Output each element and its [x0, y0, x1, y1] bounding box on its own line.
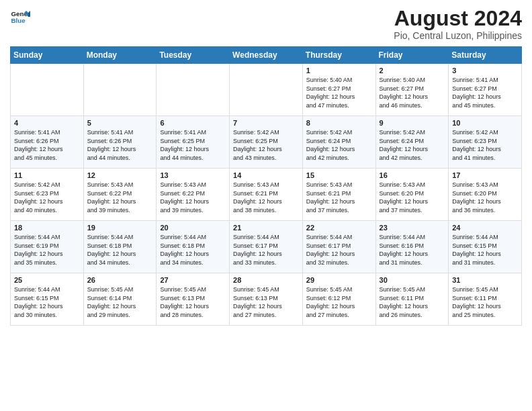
day-number: 28 [233, 276, 299, 284]
day-number: 17 [452, 171, 518, 179]
calendar-cell: 22Sunrise: 5:44 AM Sunset: 6:17 PM Dayli… [302, 221, 375, 273]
logo: General Blue [10, 7, 30, 27]
calendar-cell: 3Sunrise: 5:41 AM Sunset: 6:27 PM Daylig… [449, 64, 522, 116]
day-number: 25 [14, 276, 80, 284]
day-content: Sunrise: 5:45 AM Sunset: 6:14 PM Dayligh… [87, 285, 153, 319]
calendar-cell [230, 64, 303, 116]
header-day-thursday: Thursday [302, 47, 375, 64]
calendar-cell: 1Sunrise: 5:40 AM Sunset: 6:27 PM Daylig… [302, 64, 375, 116]
calendar-cell: 20Sunrise: 5:44 AM Sunset: 6:18 PM Dayli… [157, 221, 230, 273]
day-content: Sunrise: 5:43 AM Sunset: 6:20 PM Dayligh… [452, 181, 518, 214]
day-number: 27 [160, 276, 226, 284]
day-number: 30 [380, 276, 445, 284]
day-number: 14 [233, 171, 299, 179]
calendar-cell: 16Sunrise: 5:43 AM Sunset: 6:20 PM Dayli… [375, 169, 449, 221]
week-row-1: 1Sunrise: 5:40 AM Sunset: 6:27 PM Daylig… [11, 64, 522, 116]
title-area: August 2024 Pio, Central Luzon, Philippi… [394, 7, 522, 41]
day-content: Sunrise: 5:41 AM Sunset: 6:25 PM Dayligh… [160, 128, 226, 162]
location: Pio, Central Luzon, Philippines [394, 30, 522, 41]
day-content: Sunrise: 5:45 AM Sunset: 6:11 PM Dayligh… [452, 285, 518, 319]
week-row-4: 18Sunrise: 5:44 AM Sunset: 6:19 PM Dayli… [11, 221, 522, 273]
calendar-cell: 2Sunrise: 5:40 AM Sunset: 6:27 PM Daylig… [375, 64, 449, 116]
day-content: Sunrise: 5:45 AM Sunset: 6:11 PM Dayligh… [380, 285, 445, 319]
calendar-cell: 14Sunrise: 5:43 AM Sunset: 6:21 PM Dayli… [230, 169, 303, 221]
day-content: Sunrise: 5:45 AM Sunset: 6:12 PM Dayligh… [306, 285, 372, 319]
day-number: 3 [452, 66, 518, 75]
day-number: 2 [380, 66, 445, 75]
day-content: Sunrise: 5:43 AM Sunset: 6:22 PM Dayligh… [87, 181, 153, 214]
day-content: Sunrise: 5:40 AM Sunset: 6:27 PM Dayligh… [306, 76, 372, 109]
calendar-cell: 11Sunrise: 5:42 AM Sunset: 6:23 PM Dayli… [11, 169, 84, 221]
day-content: Sunrise: 5:42 AM Sunset: 6:24 PM Dayligh… [380, 128, 445, 162]
day-content: Sunrise: 5:44 AM Sunset: 6:16 PM Dayligh… [380, 233, 445, 267]
calendar-cell: 18Sunrise: 5:44 AM Sunset: 6:19 PM Dayli… [11, 221, 84, 273]
svg-text:Blue: Blue [11, 17, 26, 24]
calendar-cell: 17Sunrise: 5:43 AM Sunset: 6:20 PM Dayli… [449, 169, 522, 221]
day-content: Sunrise: 5:44 AM Sunset: 6:17 PM Dayligh… [233, 233, 299, 267]
header-day-tuesday: Tuesday [157, 47, 230, 64]
calendar-cell: 4Sunrise: 5:41 AM Sunset: 6:26 PM Daylig… [11, 116, 84, 169]
day-content: Sunrise: 5:42 AM Sunset: 6:24 PM Dayligh… [306, 128, 372, 162]
calendar-cell: 26Sunrise: 5:45 AM Sunset: 6:14 PM Dayli… [83, 273, 157, 326]
day-content: Sunrise: 5:44 AM Sunset: 6:18 PM Dayligh… [87, 233, 153, 267]
day-content: Sunrise: 5:43 AM Sunset: 6:20 PM Dayligh… [380, 181, 445, 214]
day-number: 7 [233, 119, 299, 127]
day-number: 24 [452, 224, 518, 232]
header-day-monday: Monday [83, 47, 157, 64]
day-number: 29 [306, 276, 372, 284]
day-number: 9 [380, 119, 445, 127]
logo-icon: General Blue [10, 7, 30, 27]
day-content: Sunrise: 5:43 AM Sunset: 6:21 PM Dayligh… [233, 181, 299, 214]
calendar-cell [83, 64, 157, 116]
day-content: Sunrise: 5:42 AM Sunset: 6:23 PM Dayligh… [452, 128, 518, 162]
calendar-cell: 31Sunrise: 5:45 AM Sunset: 6:11 PM Dayli… [449, 273, 522, 326]
day-number: 21 [233, 224, 299, 232]
week-row-3: 11Sunrise: 5:42 AM Sunset: 6:23 PM Dayli… [11, 169, 522, 221]
day-number: 13 [160, 171, 226, 179]
day-number: 18 [14, 224, 80, 232]
day-number: 8 [306, 119, 372, 127]
day-number: 1 [306, 66, 372, 75]
day-number: 6 [160, 119, 226, 127]
calendar-cell: 12Sunrise: 5:43 AM Sunset: 6:22 PM Dayli… [83, 169, 157, 221]
calendar-cell: 19Sunrise: 5:44 AM Sunset: 6:18 PM Dayli… [83, 221, 157, 273]
day-number: 16 [380, 171, 445, 179]
calendar-cell [157, 64, 230, 116]
day-content: Sunrise: 5:44 AM Sunset: 6:19 PM Dayligh… [14, 233, 80, 267]
calendar-cell: 13Sunrise: 5:43 AM Sunset: 6:22 PM Dayli… [157, 169, 230, 221]
calendar-cell: 9Sunrise: 5:42 AM Sunset: 6:24 PM Daylig… [375, 116, 449, 169]
day-content: Sunrise: 5:41 AM Sunset: 6:26 PM Dayligh… [87, 128, 153, 162]
day-number: 23 [380, 224, 445, 232]
day-number: 19 [87, 224, 153, 232]
calendar-cell: 21Sunrise: 5:44 AM Sunset: 6:17 PM Dayli… [230, 221, 303, 273]
header-day-saturday: Saturday [449, 47, 522, 64]
day-number: 20 [160, 224, 226, 232]
calendar-cell: 10Sunrise: 5:42 AM Sunset: 6:23 PM Dayli… [449, 116, 522, 169]
day-content: Sunrise: 5:43 AM Sunset: 6:22 PM Dayligh… [160, 181, 226, 214]
calendar-cell: 5Sunrise: 5:41 AM Sunset: 6:26 PM Daylig… [83, 116, 157, 169]
day-content: Sunrise: 5:44 AM Sunset: 6:15 PM Dayligh… [452, 233, 518, 267]
week-row-2: 4Sunrise: 5:41 AM Sunset: 6:26 PM Daylig… [11, 116, 522, 169]
calendar-cell: 24Sunrise: 5:44 AM Sunset: 6:15 PM Dayli… [449, 221, 522, 273]
day-content: Sunrise: 5:41 AM Sunset: 6:27 PM Dayligh… [452, 76, 518, 109]
calendar-cell: 28Sunrise: 5:45 AM Sunset: 6:13 PM Dayli… [230, 273, 303, 326]
calendar-cell: 27Sunrise: 5:45 AM Sunset: 6:13 PM Dayli… [157, 273, 230, 326]
calendar-cell: 8Sunrise: 5:42 AM Sunset: 6:24 PM Daylig… [302, 116, 375, 169]
day-number: 31 [452, 276, 518, 284]
header-day-wednesday: Wednesday [230, 47, 303, 64]
calendar-cell: 15Sunrise: 5:43 AM Sunset: 6:21 PM Dayli… [302, 169, 375, 221]
month-year: August 2024 [394, 7, 522, 30]
page-container: General Blue August 2024 Pio, Central Lu… [0, 0, 532, 332]
day-content: Sunrise: 5:44 AM Sunset: 6:15 PM Dayligh… [14, 285, 80, 319]
day-content: Sunrise: 5:45 AM Sunset: 6:13 PM Dayligh… [160, 285, 226, 319]
calendar-table: SundayMondayTuesdayWednesdayThursdayFrid… [10, 46, 522, 326]
day-number: 4 [14, 119, 80, 127]
day-content: Sunrise: 5:41 AM Sunset: 6:26 PM Dayligh… [14, 128, 80, 162]
day-content: Sunrise: 5:42 AM Sunset: 6:25 PM Dayligh… [233, 128, 299, 162]
day-number: 10 [452, 119, 518, 127]
day-content: Sunrise: 5:45 AM Sunset: 6:13 PM Dayligh… [233, 285, 299, 319]
day-content: Sunrise: 5:43 AM Sunset: 6:21 PM Dayligh… [306, 181, 372, 214]
header-day-friday: Friday [375, 47, 449, 64]
calendar-header-row: SundayMondayTuesdayWednesdayThursdayFrid… [11, 47, 522, 64]
day-content: Sunrise: 5:42 AM Sunset: 6:23 PM Dayligh… [14, 181, 80, 214]
